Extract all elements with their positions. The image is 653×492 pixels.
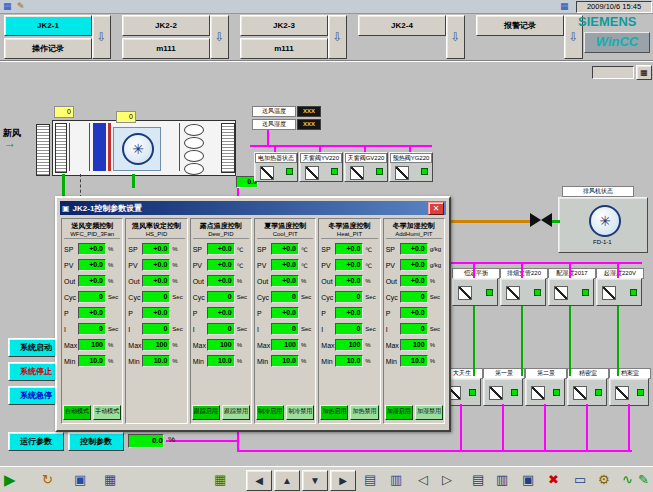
page-forward-icon[interactable]: ▷ [442, 471, 452, 489]
monitor-icon[interactable]: ▭ [574, 471, 586, 489]
login-icon[interactable]: ⚙ [598, 471, 610, 489]
param-value-field[interactable]: +0.0 [335, 243, 363, 255]
param-value-field[interactable]: +0.0 [271, 243, 299, 255]
param-value-field[interactable]: 0 [335, 323, 363, 335]
screen-dropdown-icon[interactable]: ⇩ [446, 15, 465, 59]
param-value-field[interactable]: +0.0 [400, 243, 428, 255]
param-value-field[interactable]: +0.0 [271, 259, 299, 271]
param-value-field[interactable]: +0.0 [142, 243, 170, 255]
screen-dropdown-icon[interactable]: ⇩ [210, 15, 229, 59]
param-value-field[interactable]: 100 [400, 339, 428, 351]
param-value-field[interactable]: 10.0 [207, 355, 235, 367]
signature-icon[interactable]: ✎ [638, 471, 649, 489]
screen-button-5[interactable]: 报警记录 [476, 15, 564, 36]
param-value-field[interactable]: +0.0 [78, 307, 106, 319]
close-icon[interactable]: ✕ [428, 202, 444, 215]
param-value-field[interactable]: 0 [142, 323, 170, 335]
valve-icon[interactable] [541, 213, 552, 227]
param-value-field[interactable]: +0.0 [335, 259, 363, 271]
nav-left-icon[interactable]: ◀ [246, 470, 272, 491]
param-value-field[interactable]: +0.0 [271, 307, 299, 319]
nav-down-icon[interactable]: ▼ [302, 470, 328, 491]
app-icon[interactable]: ▦ [3, 0, 12, 12]
page-back-icon[interactable]: ◁ [418, 471, 428, 489]
panel-button[interactable]: 加湿启用 [385, 405, 413, 420]
param-value-field[interactable]: 100 [271, 339, 299, 351]
thumbnail-icon[interactable]: ▦ [636, 65, 652, 80]
param-value-field[interactable]: +0.0 [207, 275, 235, 287]
sub-screen-button-3[interactable]: m111 [240, 38, 328, 59]
panel-button[interactable]: 自动模式 [63, 405, 91, 420]
param-value-field[interactable]: 0 [78, 291, 106, 303]
equipment-box-top-4[interactable]: 预热阀YG220 [389, 152, 433, 182]
equipment-box-mid-1[interactable] [452, 278, 498, 306]
room-box-5[interactable] [609, 378, 649, 406]
param-value-field[interactable]: 0 [207, 291, 235, 303]
panel-button[interactable]: 加热禁用 [350, 405, 378, 420]
param-value-field[interactable]: 0 [271, 291, 299, 303]
screen-button-1[interactable]: JK2-1 [4, 15, 92, 36]
edit-icon[interactable]: ✎ [17, 0, 25, 12]
param-value-field[interactable]: +0.0 [335, 275, 363, 287]
run-icon[interactable]: ▶ [4, 471, 16, 489]
dialog-titlebar[interactable]: ▣ JK2-1控制参数设置 ✕ [60, 201, 446, 215]
param-value-field[interactable]: 10.0 [271, 355, 299, 367]
param-value-field[interactable]: 0 [142, 291, 170, 303]
param-value-field[interactable]: +0.0 [142, 307, 170, 319]
param-value-field[interactable]: +0.0 [78, 275, 106, 287]
param-value-field[interactable]: 0 [400, 323, 428, 335]
run-params-button[interactable]: 运行参数 [8, 432, 64, 451]
room-box-4[interactable] [567, 378, 607, 406]
nav-right-icon[interactable]: ▶ [330, 470, 356, 491]
equipment-box-mid-3[interactable] [548, 278, 594, 306]
print-preview-icon[interactable]: ▥ [496, 471, 508, 489]
param-value-field[interactable]: +0.0 [207, 307, 235, 319]
param-value-field[interactable]: 0 [78, 323, 106, 335]
room-box-3[interactable] [525, 378, 565, 406]
param-value-field[interactable]: 10.0 [335, 355, 363, 367]
param-value-field[interactable]: 100 [78, 339, 106, 351]
param-value-field[interactable]: 0 [335, 291, 363, 303]
param-value-field[interactable]: +0.0 [78, 243, 106, 255]
activate-icon[interactable]: ↻ [42, 471, 53, 489]
screen-button-2[interactable]: JK2-2 [122, 15, 210, 36]
equipment-box-mid-4[interactable] [596, 278, 642, 306]
screen-button-3[interactable]: JK2-3 [240, 15, 328, 36]
trend-icon[interactable]: ∿ [622, 471, 633, 489]
param-value-field[interactable]: +0.0 [207, 243, 235, 255]
panel-button[interactable]: 制冷禁用 [286, 405, 314, 420]
exhaust-fan-box[interactable]: ✳ FD-1-1 [558, 197, 648, 253]
equipment-box-mid-2[interactable] [500, 278, 546, 306]
panel-button[interactable]: 跟踪启用 [192, 405, 220, 420]
calendar-icon[interactable]: ▦ [560, 0, 569, 12]
param-value-field[interactable]: 100 [207, 339, 235, 351]
panel-button[interactable]: 手动模式 [93, 405, 121, 420]
paste-icon[interactable]: ▥ [390, 471, 402, 489]
save-icon[interactable]: ▣ [522, 471, 534, 489]
equipment-box-top-2[interactable]: 天窗阀YV220 [299, 152, 343, 182]
equipment-box-top-3[interactable]: 天窗阀GV220 [344, 152, 388, 182]
equipment-box-top-1[interactable]: 电加热器状态 [254, 152, 298, 182]
param-value-field[interactable]: 0 [400, 291, 428, 303]
cascade-icon[interactable]: ▦ [104, 471, 116, 489]
param-value-field[interactable]: +0.0 [400, 275, 428, 287]
room-box-2[interactable] [483, 378, 523, 406]
param-value-field[interactable]: 10.0 [78, 355, 106, 367]
param-value-field[interactable]: +0.0 [400, 259, 428, 271]
panel-button[interactable]: 加湿禁用 [415, 405, 443, 420]
control-params-button[interactable]: 控制参数 [68, 432, 124, 451]
window-icon[interactable]: ▣ [74, 471, 86, 489]
screen-select-icon[interactable]: ▦ [214, 471, 226, 489]
copy-icon[interactable]: ▤ [364, 471, 376, 489]
delete-icon[interactable]: ✖ [548, 471, 559, 489]
param-value-field[interactable]: 100 [335, 339, 363, 351]
param-value-field[interactable]: 10.0 [400, 355, 428, 367]
sub-screen-button-1[interactable]: 操作记录 [4, 38, 92, 59]
sub-screen-button-2[interactable]: m111 [122, 38, 210, 59]
param-value-field[interactable]: 0 [271, 323, 299, 335]
param-value-field[interactable]: +0.0 [142, 259, 170, 271]
param-value-field[interactable]: +0.0 [271, 275, 299, 287]
panel-button[interactable]: 跟踪禁用 [222, 405, 250, 420]
param-value-field[interactable]: 10.0 [142, 355, 170, 367]
print-icon[interactable]: ▤ [472, 471, 484, 489]
